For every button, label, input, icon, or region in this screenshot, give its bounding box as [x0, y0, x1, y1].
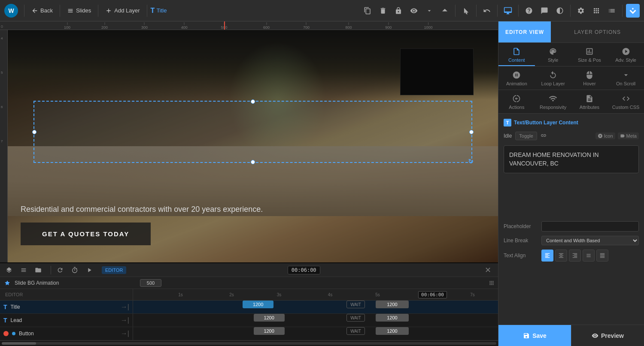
wp-logo[interactable]: W: [4, 4, 18, 18]
settings-icon: [577, 7, 585, 15]
timeline-area: EDITOR 00:06:00 ✕ Slide BG Animation: [0, 262, 498, 346]
tab-style[interactable]: Style: [535, 43, 571, 66]
attributes-icon: [585, 94, 594, 103]
cta-button[interactable]: GET A QUOTES TODAY: [21, 223, 151, 245]
actions-icon: [512, 94, 521, 103]
time-display: 00:06:00: [288, 266, 320, 274]
tab-hover[interactable]: Hover: [571, 66, 608, 90]
vertical-ruler: 4 5 6 7: [0, 30, 8, 262]
icon-button[interactable]: Icon: [595, 132, 615, 139]
button-bar2[interactable]: 1200: [376, 327, 409, 335]
resize-handle-bottom[interactable]: [251, 160, 255, 164]
lead-bar1[interactable]: 1200: [254, 314, 285, 322]
slide-bg-value[interactable]: [140, 279, 161, 287]
text-align-label: Text Align: [504, 253, 538, 259]
meta-button[interactable]: Meta: [618, 132, 639, 139]
resize-handle-top[interactable]: [251, 99, 255, 104]
delete-button[interactable]: [376, 4, 390, 18]
tab-attributes[interactable]: Attributes: [571, 90, 608, 113]
hover-icon: [585, 71, 594, 79]
chat-button[interactable]: [538, 4, 551, 18]
lead-bar2[interactable]: 1200: [376, 314, 409, 322]
ruler-inner: 0 100 200 300 400 500 600 700 800 900 10…: [0, 21, 498, 30]
tab-animation[interactable]: Animation: [498, 66, 535, 90]
publish-button[interactable]: [626, 4, 640, 18]
tab-custom-css[interactable]: Custom CSS: [608, 90, 644, 113]
grid-button[interactable]: [589, 4, 603, 18]
align-last-btn[interactable]: [583, 250, 595, 262]
tab-responsivity[interactable]: Responsivity: [535, 90, 571, 113]
align-right-btn[interactable]: [569, 250, 581, 262]
folder-btn[interactable]: [33, 265, 44, 276]
time-3s: 3s: [277, 292, 282, 297]
canvas-area: 0 100 200 300 400 500 600 700 800 900 10…: [0, 21, 498, 346]
move-up-button[interactable]: [438, 4, 452, 18]
tab-size-pos[interactable]: Size & Pos: [571, 43, 608, 66]
editor-view-text: EDITOR VIEW: [505, 29, 544, 35]
sep4: [147, 5, 147, 17]
back-button[interactable]: Back: [28, 5, 56, 16]
cursor-button[interactable]: [459, 4, 473, 18]
scroll-thumb[interactable]: [2, 342, 36, 345]
lead-type-icon: T: [3, 317, 7, 324]
resize-handle-left[interactable]: [32, 130, 36, 134]
play-btn[interactable]: [84, 265, 95, 276]
align-extra-btn[interactable]: [596, 250, 608, 262]
slide-bg-label: Slide BG Animation: [15, 280, 59, 286]
settings-button[interactable]: [574, 4, 588, 18]
save-button[interactable]: Save: [498, 325, 571, 346]
title-bar1[interactable]: 1200: [243, 301, 273, 308]
canvas-viewport[interactable]: ↻ Residential and commercial contractors…: [8, 30, 498, 262]
layers-btn[interactable]: [3, 265, 15, 276]
visibility-button[interactable]: [407, 4, 421, 18]
placeholder-input[interactable]: [541, 221, 639, 232]
selected-text-box[interactable]: ↻: [33, 101, 472, 163]
preview-label: Preview: [601, 332, 624, 339]
align-left-btn[interactable]: [541, 250, 553, 262]
tab-loop-layer[interactable]: Loop Layer: [535, 66, 571, 90]
resize-handle-corner[interactable]: ↻: [468, 158, 474, 164]
add-layer-button[interactable]: Add Layer: [102, 5, 143, 16]
time-4s: 4s: [328, 292, 333, 297]
layer-options-label[interactable]: LAYER OPTIONS: [551, 21, 644, 42]
timer-btn[interactable]: [69, 265, 80, 276]
align-center-btn[interactable]: [555, 250, 567, 262]
desktop-button[interactable]: [501, 4, 515, 18]
list-btn[interactable]: [18, 265, 29, 276]
line-break-label: Line Break: [504, 238, 538, 244]
tab-actions[interactable]: Actions: [498, 90, 535, 113]
right-panel: EDITOR VIEW LAYER OPTIONS Content Style …: [498, 21, 644, 346]
title-bar2[interactable]: 1200: [376, 301, 409, 308]
toggle-button[interactable]: Toggle: [515, 132, 537, 140]
button-bar1[interactable]: 1200: [254, 327, 285, 335]
resize-handle-right[interactable]: [469, 130, 474, 134]
tab-content[interactable]: Content: [498, 43, 535, 66]
contrast-button[interactable]: [553, 4, 567, 18]
bg-layer-icon: [4, 280, 10, 286]
timeline-close-btn[interactable]: ✕: [481, 265, 495, 275]
tab-adv-style[interactable]: Adv. Style: [608, 43, 644, 66]
template-button[interactable]: [605, 4, 619, 18]
scroll-track[interactable]: [2, 342, 496, 345]
tab-on-scroll[interactable]: On Scroll: [608, 66, 644, 90]
duplicate-button[interactable]: [361, 4, 374, 18]
delete-icon: [379, 7, 387, 15]
dropdown-button[interactable]: [422, 4, 436, 18]
text-content-editor[interactable]: DREAM HOME RENOVATION IN VANCOUVER, BC: [504, 145, 639, 173]
editor-view-label[interactable]: EDITOR VIEW: [498, 21, 551, 42]
style-tab-label: Style: [548, 57, 558, 63]
meta-label: Meta: [626, 133, 637, 138]
timeline-toolbar: EDITOR 00:06:00 ✕: [0, 263, 498, 277]
list-icon: [20, 267, 27, 274]
sep7: [497, 5, 498, 17]
line-break-select[interactable]: Content and Width Based Content Based Wi…: [541, 236, 639, 245]
v-mark-6: 6: [0, 105, 3, 109]
slides-button[interactable]: Slides: [64, 5, 94, 16]
link-icon[interactable]: [541, 132, 547, 139]
preview-button[interactable]: Preview: [571, 325, 644, 346]
undo-button[interactable]: [480, 4, 494, 18]
refresh-btn[interactable]: [55, 265, 66, 276]
lock-button[interactable]: [392, 4, 405, 18]
button-dot-red: [3, 331, 9, 336]
help-button[interactable]: [522, 4, 536, 18]
